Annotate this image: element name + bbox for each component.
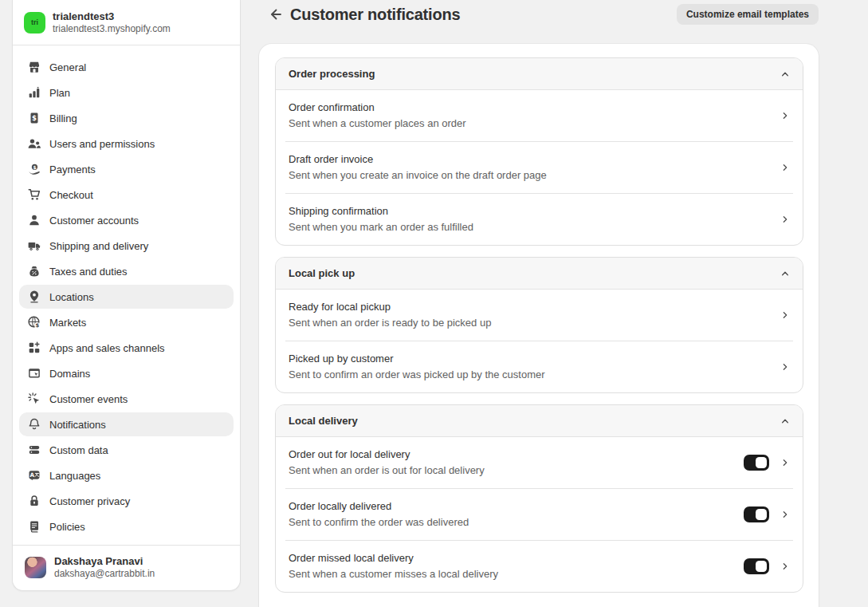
- sidebar-item-custom-data[interactable]: Custom data: [19, 438, 234, 462]
- row-title: Shipping confirmation: [289, 203, 780, 219]
- sidebar-item-plan[interactable]: Plan: [19, 81, 234, 104]
- sidebar-item-label: Shipping and delivery: [49, 240, 148, 252]
- sidebar-item-locations[interactable]: Locations: [19, 285, 234, 309]
- sidebar-item-customer-accounts[interactable]: Customer accounts: [19, 208, 234, 232]
- back-button[interactable]: [264, 3, 286, 26]
- sidebar-item-general[interactable]: General: [19, 55, 234, 79]
- lock-icon: [26, 494, 42, 508]
- chevron-right-icon: [780, 111, 790, 120]
- user-footer: Dakshaya Pranavi dakshaya@cartrabbit.in: [13, 545, 240, 590]
- sidebar-item-customer-events[interactable]: Customer events: [19, 387, 234, 411]
- settings-nav: General Plan $ Billing Users and permiss…: [13, 45, 240, 538]
- row-title: Ready for local pickup: [289, 299, 780, 315]
- section-header-local-pick-up[interactable]: Local pick up: [276, 258, 803, 290]
- toggle-knob: [756, 509, 767, 520]
- sidebar-item-label: Markets: [49, 317, 86, 329]
- person-icon: [26, 213, 42, 227]
- chevron-up-icon: [780, 69, 790, 79]
- section-header-local-delivery[interactable]: Local delivery: [276, 405, 803, 437]
- row-subtitle: Sent to confirm an order was picked up b…: [289, 367, 780, 383]
- database-icon: [26, 443, 42, 457]
- notification-row-draft-order-invoice[interactable]: Draft order invoice Sent when you create…: [276, 142, 803, 193]
- sidebar-item-label: Policies: [49, 521, 85, 533]
- notification-row-order-confirmation[interactable]: Order confirmation Sent when a customer …: [276, 90, 803, 141]
- sidebar-item-label: Customer events: [49, 393, 128, 405]
- sidebar-item-label: Languages: [49, 470, 100, 482]
- section-title: Local delivery: [289, 415, 358, 427]
- users-icon: [26, 136, 42, 151]
- page-header: Customer notifications Customize email t…: [259, 3, 819, 26]
- cursor-click-icon: [26, 392, 42, 406]
- notification-row-order-locally-delivered[interactable]: Order locally delivered Sent to confirm …: [276, 489, 803, 540]
- bell-icon: [26, 417, 42, 432]
- sidebar-item-notifications[interactable]: Notifications: [19, 412, 234, 436]
- sidebar-item-customer-privacy[interactable]: Customer privacy: [19, 489, 234, 513]
- arrow-left-icon: [267, 6, 283, 22]
- notifications-content-card: Order processing Order confirmation Sent…: [259, 44, 819, 607]
- svg-text:$: $: [32, 114, 37, 122]
- notification-row-shipping-confirmation[interactable]: Shipping confirmation Sent when you mark…: [276, 194, 803, 245]
- money-bag-icon: [26, 264, 42, 278]
- sidebar-item-label: Taxes and duties: [49, 266, 128, 278]
- sidebar-item-checkout[interactable]: Checkout: [19, 183, 234, 207]
- section-header-order-processing[interactable]: Order processing: [276, 58, 803, 90]
- cart-icon: [26, 187, 42, 202]
- chevron-up-icon: [780, 416, 790, 426]
- sidebar-item-taxes-and-duties[interactable]: Taxes and duties: [19, 259, 234, 283]
- chevron-right-icon: [780, 362, 790, 372]
- user-email: dakshaya@cartrabbit.in: [54, 568, 155, 580]
- chevron-right-icon: [780, 562, 790, 571]
- sidebar-item-label: Customer privacy: [49, 495, 130, 507]
- sidebar-item-markets[interactable]: $ Markets: [19, 310, 234, 334]
- svg-text:$: $: [33, 165, 36, 170]
- row-title: Order locally delivered: [289, 499, 744, 514]
- translate-icon: A: [26, 468, 42, 483]
- sidebar-item-users-and-permissions[interactable]: Users and permissions: [19, 132, 234, 156]
- row-title: Order confirmation: [289, 100, 780, 116]
- sidebar-item-label: Billing: [49, 112, 77, 124]
- sidebar-item-label: Customer accounts: [49, 215, 139, 227]
- sidebar-item-policies[interactable]: Policies: [19, 514, 234, 538]
- order-out-for-local-delivery-toggle[interactable]: [744, 455, 769, 471]
- sidebar-item-label: Notifications: [49, 419, 106, 431]
- sidebar-item-payments[interactable]: $ Payments: [19, 157, 234, 181]
- sidebar-item-domains[interactable]: Domains: [19, 361, 234, 385]
- chevron-up-icon: [780, 269, 790, 278]
- chevron-right-icon: [780, 310, 790, 320]
- sidebar-item-billing[interactable]: $ Billing: [19, 106, 234, 130]
- sidebar-item-label: Checkout: [49, 189, 93, 201]
- notification-row-ready-for-local-pickup[interactable]: Ready for local pickup Sent when an orde…: [276, 290, 803, 341]
- svg-text:A: A: [30, 471, 35, 479]
- sidebar-item-shipping-and-delivery[interactable]: Shipping and delivery: [19, 234, 234, 258]
- order-locally-delivered-toggle[interactable]: [744, 506, 769, 522]
- user-name: Dakshaya Pranavi: [54, 554, 155, 568]
- section-title: Local pick up: [289, 267, 355, 279]
- order-missed-local-delivery-toggle[interactable]: [744, 558, 769, 574]
- payments-icon: $: [26, 162, 42, 176]
- sidebar-item-label: Plan: [49, 87, 70, 99]
- notification-row-order-missed-local-delivery[interactable]: Order missed local delivery Sent when a …: [276, 541, 803, 592]
- section-order-processing: Order processing Order confirmation Sent…: [275, 57, 803, 246]
- row-subtitle: Sent when a customer places an order: [289, 116, 780, 132]
- sidebar-item-label: General: [49, 61, 86, 73]
- sidebar-item-label: Apps and sales channels: [49, 342, 165, 354]
- row-title: Picked up by customer: [289, 351, 780, 367]
- customize-email-templates-button[interactable]: Customize email templates: [677, 4, 819, 25]
- svg-text:$: $: [35, 322, 39, 329]
- user-avatar: [25, 557, 46, 578]
- row-title: Order out for local delivery: [289, 447, 744, 463]
- row-subtitle: Sent when an order is ready to be picked…: [289, 315, 780, 331]
- sidebar-item-label: Domains: [49, 368, 90, 380]
- browser-icon: [26, 366, 42, 380]
- notification-row-order-out-for-local-delivery[interactable]: Order out for local delivery Sent when a…: [276, 437, 803, 488]
- store-domain: trialendtest3.myshopify.com: [53, 23, 171, 35]
- apps-grid-icon: [26, 341, 42, 355]
- store-avatar: tri: [24, 12, 45, 34]
- notification-row-picked-up-by-customer[interactable]: Picked up by customer Sent to confirm an…: [276, 341, 803, 392]
- toggle-knob: [756, 561, 767, 572]
- sidebar-item-apps-and-sales-channels[interactable]: Apps and sales channels: [19, 336, 234, 360]
- sidebar-item-languages[interactable]: A Languages: [19, 463, 234, 487]
- row-subtitle: Sent when you create an invoice on the d…: [289, 168, 780, 183]
- sidebar-item-label: Locations: [49, 291, 94, 303]
- chevron-right-icon: [780, 163, 790, 172]
